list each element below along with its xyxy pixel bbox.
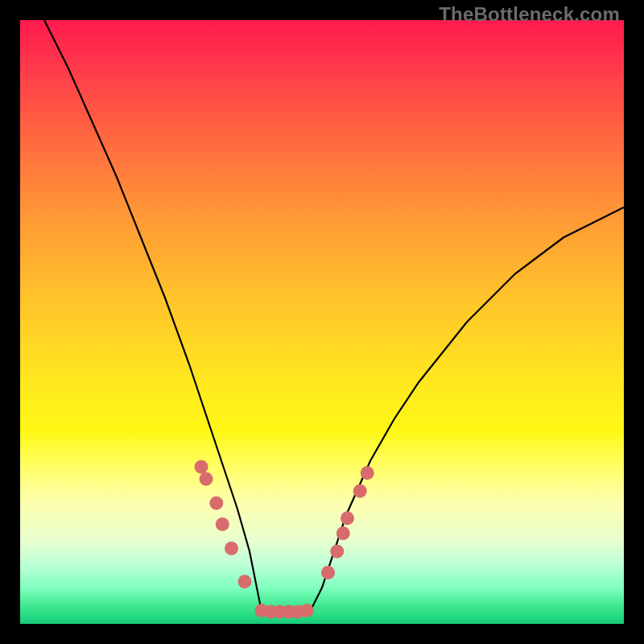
bottleneck-chart [20,20,624,624]
data-points [195,460,374,619]
data-point [238,575,252,588]
data-point [361,466,374,480]
data-point [341,511,354,525]
data-point [321,566,335,580]
bottleneck-curve [44,20,624,612]
data-point [300,604,314,617]
data-point [353,485,367,498]
data-point [209,497,223,510]
data-point [225,542,238,555]
data-point [200,473,213,486]
data-point [336,526,350,540]
data-point [330,545,344,559]
data-point [195,460,208,474]
data-point [216,518,229,531]
